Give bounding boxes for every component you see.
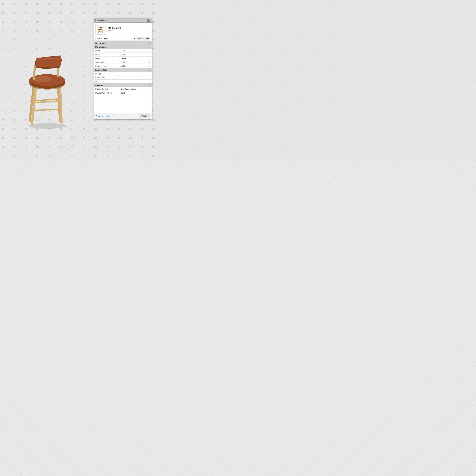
prop-input-height[interactable] xyxy=(120,57,150,60)
svg-line-6 xyxy=(60,83,61,122)
prop-row-width: Width xyxy=(94,49,152,53)
properties-panel: Properties ✕ RD_Stool 72 Wood ▼ xyxy=(94,18,152,119)
svg-point-0 xyxy=(29,123,66,129)
section-dimensions-label: Dimensions xyxy=(95,46,106,48)
prop-label-seat-height: Seat Height xyxy=(94,61,119,64)
type-header: RD_Stool 72 Wood ▼ xyxy=(94,23,152,36)
prop-value-seat-height[interactable] xyxy=(119,61,152,64)
prop-value-footrest-height[interactable] xyxy=(119,64,152,68)
prop-value-height[interactable] xyxy=(119,57,152,60)
section-constraints-arrow: » xyxy=(149,42,150,44)
type-thumbnail xyxy=(95,24,106,34)
prop-value-mark[interactable] xyxy=(119,80,152,83)
prop-row-phase-demolished: Phase Demolished None xyxy=(94,91,152,95)
category-select[interactable]: Furniture (1) xyxy=(95,37,136,40)
footrest-height-indicator xyxy=(148,65,150,67)
prop-row-comments: Comments xyxy=(94,76,152,80)
seat-height-indicator xyxy=(148,61,150,63)
prop-value-depth[interactable] xyxy=(119,53,152,56)
apply-button[interactable]: Apply xyxy=(139,114,150,118)
prop-label-width: Width xyxy=(94,49,119,52)
edit-type-icon: ⊞ xyxy=(138,37,140,40)
prop-input-comments[interactable] xyxy=(120,76,150,79)
section-phasing-arrow: « xyxy=(149,84,150,86)
prop-label-image: Image xyxy=(94,72,119,75)
prop-input-mark[interactable] xyxy=(120,80,150,83)
prop-value-phase-created: New Construction xyxy=(119,87,152,91)
section-phasing[interactable]: Phasing « xyxy=(94,84,152,87)
panel-titlebar: Properties ✕ xyxy=(94,18,152,23)
svg-point-9 xyxy=(34,76,52,82)
prop-label-comments: Comments xyxy=(94,76,119,79)
section-dimensions-arrow: « xyxy=(149,46,150,48)
prop-label-phase-demolished: Phase Demolished xyxy=(94,91,119,95)
section-identity-data-arrow: « xyxy=(149,69,150,71)
prop-label-height: Height xyxy=(94,57,119,60)
prop-value-comments[interactable] xyxy=(119,76,152,79)
prop-input-image[interactable] xyxy=(120,73,150,75)
prop-input-depth[interactable] xyxy=(120,53,150,56)
type-dropdown-arrow[interactable]: ▼ xyxy=(148,28,150,30)
section-identity-data[interactable]: Identity Data « xyxy=(94,68,152,72)
prop-input-footrest-height[interactable] xyxy=(120,65,148,67)
prop-label-footrest-height: Footrest Height xyxy=(94,64,119,68)
prop-row-phase-created: Phase Created New Construction xyxy=(94,87,152,91)
section-identity-data-label: Identity Data xyxy=(95,69,107,71)
prop-label-phase-created: Phase Created xyxy=(94,87,119,91)
prop-row-depth: Depth xyxy=(94,53,152,56)
prop-input-width[interactable] xyxy=(120,50,150,52)
prop-row-seat-height: Seat Height xyxy=(94,60,152,64)
prop-row-image: Image xyxy=(94,72,152,76)
prop-label-depth: Depth xyxy=(94,53,119,56)
edit-type-label: Edit Type xyxy=(141,37,149,40)
section-phasing-label: Phasing xyxy=(95,84,103,86)
panel-title: Properties xyxy=(95,19,106,21)
type-material: Wood xyxy=(108,30,147,32)
prop-value-phase-demolished: None xyxy=(119,91,152,95)
section-constraints-label: Constraints xyxy=(95,42,106,44)
prop-row-height: Height xyxy=(94,56,152,60)
properties-help-link[interactable]: Properties help xyxy=(96,115,109,117)
panel-footer: Properties help Apply xyxy=(94,113,152,119)
prop-label-mark: Mark xyxy=(94,80,119,83)
edit-type-button[interactable]: ⊞ Edit Type xyxy=(137,37,150,40)
prop-row-mark: Mark xyxy=(94,80,152,84)
stool-illustration xyxy=(12,34,86,131)
prop-value-image[interactable] xyxy=(119,72,152,75)
category-row: Furniture (1) ⊞ Edit Type xyxy=(94,36,152,41)
panel-empty-area xyxy=(94,95,152,113)
section-constraints[interactable]: Constraints » xyxy=(94,41,152,45)
prop-input-seat-height[interactable] xyxy=(120,61,148,63)
svg-line-4 xyxy=(33,109,60,110)
type-info: RD_Stool 72 Wood xyxy=(108,27,147,32)
close-button[interactable]: ✕ xyxy=(147,19,150,22)
type-name: RD_Stool 72 xyxy=(108,27,147,29)
section-dimensions[interactable]: Dimensions « xyxy=(94,45,152,49)
prop-value-width[interactable] xyxy=(119,49,152,52)
prop-row-footrest-height: Footrest Height xyxy=(94,64,152,68)
